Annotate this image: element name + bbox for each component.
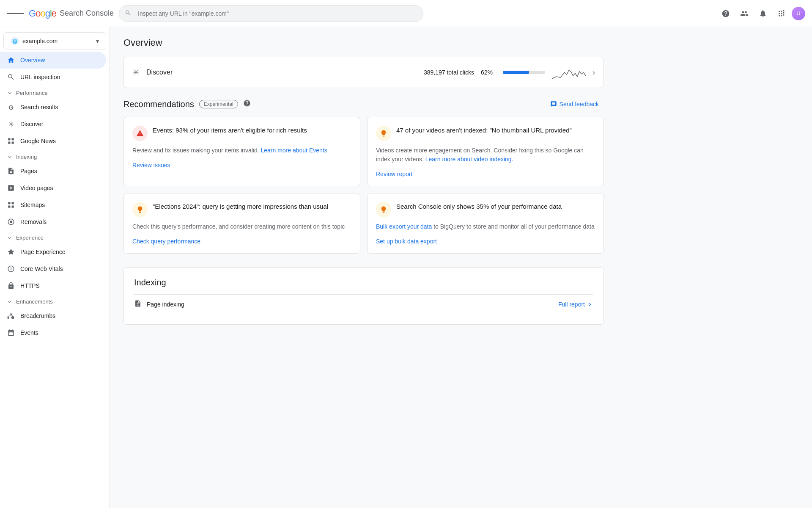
events-icon <box>7 329 15 337</box>
enhancements-label: Enhancements <box>16 298 53 305</box>
property-selector[interactable]: 🌐 example.com ▾ <box>3 32 106 50</box>
experience-label: Experience <box>16 235 44 241</box>
rec-card-rich-results: Events: 93% of your items aren't eligibl… <box>123 117 360 186</box>
learn-events-link[interactable]: Learn more about Events. <box>261 147 329 154</box>
video-indexing-desc: Videos create more engagement on Search.… <box>376 146 595 164</box>
sidebar-item-page-experience[interactable]: Page Experience <box>0 243 106 260</box>
sidebar-item-https[interactable]: HTTPS <box>0 277 106 294</box>
removals-label: Removals <box>20 218 47 225</box>
rec-card-header: Events: 93% of your items aren't eligibl… <box>132 126 351 141</box>
bulk-export-title: Search Console only shows 35% of your pe… <box>396 202 562 211</box>
sidebar-item-discover[interactable]: ✳ Discover <box>0 116 106 133</box>
property-icon: 🌐 <box>11 37 19 45</box>
elections-desc: Check this query's performance, and cons… <box>132 222 351 231</box>
bulk-export-data-link[interactable]: Bulk export your data <box>376 223 432 230</box>
svg-rect-7 <box>12 206 14 208</box>
notifications-icon-btn[interactable] <box>754 5 771 22</box>
removals-icon <box>7 218 15 226</box>
experimental-badge: Experimental <box>199 100 238 108</box>
breadcrumbs-label: Breadcrumbs <box>20 312 55 319</box>
sidebar-item-url-inspection[interactable]: URL inspection <box>0 69 106 86</box>
home-icon <box>7 56 15 64</box>
sidebar-item-video-pages[interactable]: Video pages <box>0 179 106 196</box>
topbar-actions: U <box>717 5 805 22</box>
video-pages-icon <box>7 184 15 192</box>
pages-icon <box>7 167 15 175</box>
discover-percent: 62% <box>481 69 493 76</box>
performance-section-header[interactable]: Performance <box>0 86 110 99</box>
sidebar-item-removals[interactable]: Removals <box>0 213 106 230</box>
google-logo: Google <box>29 8 56 19</box>
discover-icon: ✳ <box>7 120 15 128</box>
sidebar-item-sitemaps[interactable]: Sitemaps <box>0 196 106 213</box>
sidebar-item-search-results[interactable]: G Search results <box>0 99 106 116</box>
rich-results-desc: Review and fix issues making your items … <box>132 146 351 155</box>
svg-rect-0 <box>8 138 10 140</box>
overview-label: Overview <box>20 57 45 64</box>
video-pages-label: Video pages <box>20 185 53 191</box>
page-indexing-icon <box>134 300 142 309</box>
rec-card-header-3: "Elections 2024": query is getting more … <box>132 202 351 217</box>
discover-total-clicks: 389,197 total clicks <box>424 69 474 76</box>
sidebar-item-overview[interactable]: Overview <box>0 52 106 69</box>
performance-label: Performance <box>16 90 47 96</box>
discover-card: ✳ Discover 389,197 total clicks 62% › <box>123 57 604 88</box>
page-experience-label: Page Experience <box>20 248 66 255</box>
https-label: HTTPS <box>20 282 40 289</box>
logo-area: Google Search Console <box>29 8 114 19</box>
enhancements-section-header[interactable]: Enhancements <box>0 294 110 307</box>
experience-section-header[interactable]: Experience <box>0 230 110 243</box>
url-inspection-input[interactable] <box>119 5 423 22</box>
warning-icon <box>132 126 148 141</box>
sidebar-item-core-web-vitals[interactable]: Core Web Vitals <box>0 260 106 277</box>
rec-card-video-indexing: 47 of your videos aren't indexed: "No th… <box>367 117 604 186</box>
breadcrumbs-icon <box>7 312 15 320</box>
menu-icon[interactable] <box>7 5 24 22</box>
indexing-section-header[interactable]: Indexing <box>0 149 110 163</box>
svg-rect-5 <box>12 202 14 204</box>
discover-stats: 389,197 total clicks 62% <box>424 64 586 81</box>
svg-rect-2 <box>8 142 10 144</box>
rec-card-bulk-export: Search Console only shows 35% of your pe… <box>367 193 604 254</box>
send-feedback-button[interactable]: Send feedback <box>545 98 604 110</box>
page-indexing-label: Page indexing <box>147 301 553 308</box>
discover-progress-fill <box>503 71 529 74</box>
property-name: example.com <box>22 38 93 44</box>
full-report-link[interactable]: Full report <box>558 301 593 308</box>
sidebar-item-breadcrumbs[interactable]: Breadcrumbs <box>0 307 106 324</box>
sidebar-item-events[interactable]: Events <box>0 324 106 341</box>
svg-rect-4 <box>8 202 10 204</box>
sidebar-item-google-news[interactable]: Google News <box>0 133 106 149</box>
learn-video-link[interactable]: Learn more about video indexing. <box>425 156 513 163</box>
discover-sparkline <box>552 64 586 81</box>
review-report-link[interactable]: Review report <box>376 171 412 177</box>
layout: 🌐 example.com ▾ Overview URL inspection … <box>0 27 812 508</box>
search-icon <box>125 9 132 17</box>
discover-progress-bar <box>503 71 545 74</box>
manage-users-icon-btn[interactable] <box>736 5 753 22</box>
discover-card-title: Discover <box>146 69 417 76</box>
discover-label: Discover <box>20 121 43 127</box>
lightbulb-icon-3 <box>132 202 148 217</box>
indexing-row-page: Page indexing Full report <box>134 294 593 314</box>
setup-bulk-export-link[interactable]: Set up bulk data export <box>376 238 437 245</box>
rec-card-header-4: Search Console only shows 35% of your pe… <box>376 202 595 217</box>
property-chevron-icon: ▾ <box>96 38 99 44</box>
avatar[interactable]: U <box>792 7 805 20</box>
discover-chevron-icon[interactable]: › <box>593 68 595 77</box>
help-icon-btn[interactable] <box>717 5 734 22</box>
rec-card-elections: "Elections 2024": query is getting more … <box>123 193 360 254</box>
search-results-label: Search results <box>20 104 58 110</box>
apps-icon-btn[interactable] <box>773 5 790 22</box>
svg-rect-1 <box>12 138 14 140</box>
lightbulb-icon-2 <box>376 126 391 141</box>
indexing-section-title: Indexing <box>134 278 593 287</box>
bulk-export-desc: Bulk export your data to BigQuery to sto… <box>376 222 595 231</box>
svg-rect-6 <box>8 206 10 208</box>
recommendations-help-icon[interactable] <box>243 99 251 109</box>
sidebar-item-pages[interactable]: Pages <box>0 163 106 179</box>
lightbulb-icon-4 <box>376 202 391 217</box>
check-query-link[interactable]: Check query performance <box>132 238 200 245</box>
search-nav-icon <box>7 73 15 81</box>
review-issues-link[interactable]: Review issues <box>132 162 170 168</box>
